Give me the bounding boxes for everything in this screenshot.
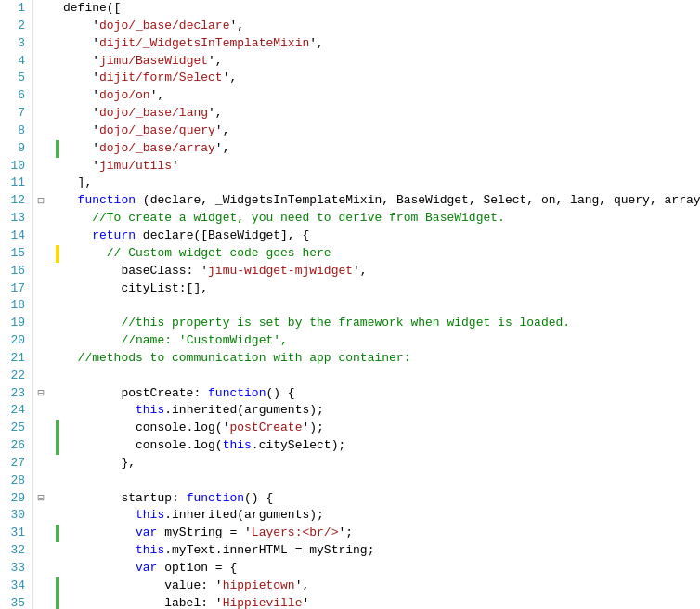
line-number: 7 [4,105,25,123]
fold-empty [33,455,48,473]
code-token: ', [150,88,165,102]
line-number: 16 [4,263,25,280]
code-line: value: 'hippietown', [56,577,700,595]
code-line: var option = { [56,560,700,577]
fold-empty [33,140,48,158]
line-number: 3 [4,35,25,53]
code-token [63,543,136,557]
line-number: 18 [4,297,25,315]
line-number: 23 [4,385,25,403]
code-token: var [136,525,157,539]
line-highlight-bar [56,577,59,595]
code-token: ' [63,36,99,50]
line-highlight-bar [56,35,59,53]
code-token: ', [229,19,244,32]
line-number: 35 [4,595,25,609]
code-token [63,228,92,242]
code-token: CustomWidget [187,333,274,347]
fold-empty [33,245,48,263]
code-token: ' [63,54,99,68]
fold-empty [33,70,48,87]
code-token: cityList:[], [63,281,208,295]
fold-empty [33,507,48,525]
code-token [63,403,136,417]
line-number: 30 [4,507,25,525]
line-number: 33 [4,560,25,577]
code-token: ], [63,175,92,189]
code-line: }, [56,455,700,473]
code-token: '; [338,525,353,539]
code-line: 'dijit/_WidgetsInTemplateMixin', [56,35,700,53]
code-token: hippietown [223,578,295,592]
line-highlight-bar [56,507,59,525]
line-number: 29 [4,490,25,508]
code-line: //this property is set by the framework … [56,315,700,332]
line-highlight-bar [56,542,59,560]
line-highlight-bar [56,87,59,105]
code-token: ' [63,159,99,173]
code-editor: 1234567891011121314151617181920212223242… [0,0,700,609]
fold-collapse-icon[interactable]: ⊟ [33,385,48,403]
line-number: 2 [4,18,25,35]
code-token: () { [266,386,294,400]
line-number: 32 [4,542,25,560]
fold-empty [33,473,48,490]
code-token: postCreate [229,421,302,434]
code-line: startup: function() { [56,490,700,508]
code-line: define([ [56,0,700,18]
code-token: this [136,403,164,417]
line-number: 5 [4,70,25,87]
line-number: 31 [4,525,25,542]
line-number: 24 [4,402,25,420]
code-token: dijit/form/Select [99,71,223,84]
code-line: 'dojo/on', [56,87,700,105]
fold-collapse-icon[interactable]: ⊟ [33,490,48,508]
code-token: dojo/_base/array [99,141,215,155]
line-highlight-bar [56,350,59,368]
code-token: ', [208,54,223,68]
code-line: this.myText.innerHTML = myString; [56,542,700,560]
line-number: 9 [4,140,25,158]
line-highlight-bar [56,473,59,490]
code-token: return [92,228,136,242]
code-line: var myString = 'Layers:<br/>'; [56,525,700,542]
fold-empty [33,35,48,53]
line-highlight-bar [56,175,59,192]
line-highlight-bar [56,210,59,227]
code-token: ', [215,141,230,155]
code-token: dijit/_WidgetsInTemplateMixin [99,36,309,50]
line-highlight-bar [56,227,59,245]
fold-collapse-icon[interactable]: ⊟ [33,192,48,210]
code-token: startup: [63,491,187,505]
code-line: function (declare, _WidgetsInTemplateMix… [56,192,700,210]
fold-empty [33,175,48,192]
code-token: this [136,543,164,557]
code-line [56,473,700,490]
line-number: 20 [4,332,25,350]
line-highlight-bar [56,70,59,87]
line-highlight-bar [56,525,59,542]
line-number: 8 [4,123,25,140]
code-token: ', [295,578,310,592]
code-token: this [223,438,252,452]
code-token: ', [309,36,324,50]
line-number: 28 [4,473,25,490]
code-line: 'dojo/_base/lang', [56,105,700,123]
fold-gutter[interactable]: ⊟⊟⊟ [33,0,48,609]
code-token: function [208,386,266,400]
fold-empty [33,263,48,280]
line-number: 13 [4,210,25,227]
code-token: declare([BaseWidget], { [136,228,309,242]
code-line: 'dojo/_base/array', [56,140,700,158]
line-number: 27 [4,455,25,473]
fold-empty [33,437,48,455]
code-token: var [136,561,157,575]
code-line [56,297,700,315]
line-highlight-bar [56,192,59,210]
code-line: //To create a widget, you need to derive… [56,210,700,227]
code-token: //methods to communication with app cont… [63,351,410,365]
code-token: ' [172,159,179,173]
code-token [63,525,136,539]
code-token: dojo/on [99,88,150,102]
code-line: ], [56,175,700,192]
